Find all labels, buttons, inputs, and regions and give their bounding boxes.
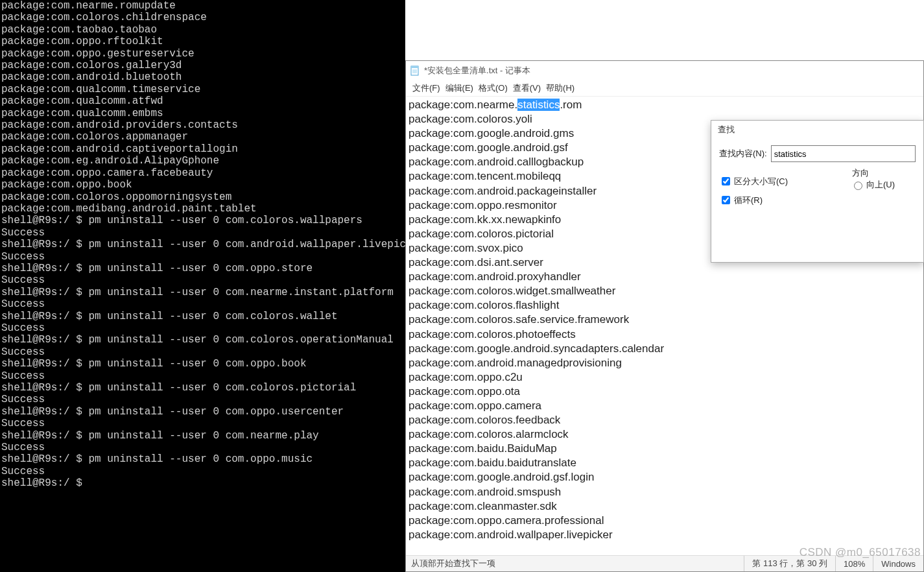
text-line: package:com.oppo.c2u [409,370,921,385]
svg-rect-1 [411,66,418,68]
text-line: package:com.android.smspush [409,485,921,499]
loop-label: 循环(R) [734,195,763,206]
menu-item[interactable]: 文件(F) [411,82,442,95]
find-input[interactable] [771,145,916,162]
terminal-output[interactable]: package:com.nearme.romupdate package:com… [0,0,405,572]
status-platform: Windows [873,556,923,571]
text-line: package:com.android.managedprovisioning [409,356,921,370]
menu-item[interactable]: 帮助(H) [545,82,576,95]
status-position: 第 113 行，第 30 列 [744,556,835,571]
text-line: package:com.nearme.statistics.rom [409,98,921,112]
find-dialog-title[interactable]: 查找 [711,121,923,139]
text-line: package:com.cleanmaster.sdk [409,499,921,514]
match-case-checkbox[interactable] [722,177,730,185]
find-content-label: 查找内容(N): [719,148,767,160]
menu-item[interactable]: 查看(V) [512,82,542,95]
direction-group-label: 方向 [851,167,870,179]
notepad-statusbar: 从顶部开始查找下一项 第 113 行，第 30 列 108% Windows [406,555,923,571]
direction-up-radio[interactable] [854,182,862,190]
menu-item[interactable]: 编辑(E) [444,82,475,95]
text-line: package:com.android.proxyhandler [409,270,921,284]
selected-text: statistics [517,99,560,111]
text-line: package:com.oppo.ota [409,385,921,399]
text-line: package:com.coloros.widget.smallweather [409,284,921,298]
notepad-titlebar[interactable]: *安装包全量清单.txt - 记事本 [406,61,923,80]
notepad-menubar[interactable]: 文件(F)编辑(E)格式(O)查看(V)帮助(H) [406,80,923,97]
find-dialog[interactable]: 查找 查找内容(N): 区分大小写(C) 循环(R) 方向 [711,120,924,263]
text-line: package:com.coloros.alarmclock [409,427,921,442]
text-line: package:com.coloros.feedback [409,413,921,427]
text-line: package:com.baidu.BaiduMap [409,442,921,456]
status-zoom: 108% [835,556,873,571]
notepad-title: *安装包全量清单.txt - 记事本 [424,65,530,77]
text-line: package:com.coloros.photoeffects [409,328,921,342]
text-line: package:com.baidu.baidutranslate [409,456,921,470]
direction-up-label: 向上(U) [866,179,895,191]
text-line: package:com.oppo.camera [409,399,921,413]
status-message: 从顶部开始查找下一项 [406,558,744,569]
menu-item[interactable]: 格式(O) [477,82,509,95]
text-line: package:com.google.android.syncadapters.… [409,342,921,356]
text-line: package:com.android.wallpaper.livepicker [409,528,921,542]
text-line: package:com.google.android.gsf.login [409,470,921,484]
notepad-icon [410,66,420,76]
match-case-label: 区分大小写(C) [734,176,788,187]
text-line: package:com.oppo.camera.professional [409,514,921,528]
text-line: package:com.coloros.flashlight [409,298,921,313]
loop-checkbox[interactable] [722,196,730,204]
text-line: package:com.coloros.safe.service.framewo… [409,313,921,327]
